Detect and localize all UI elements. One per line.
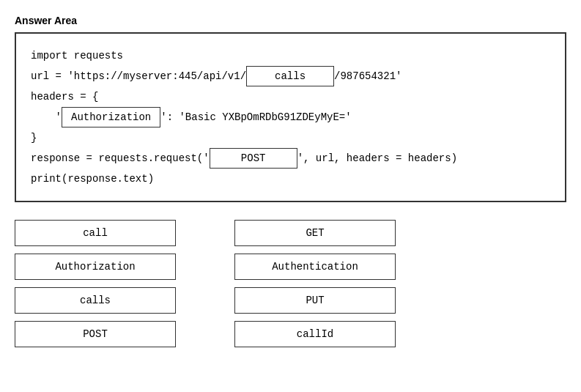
code-line-3: headers = { (31, 86, 550, 107)
authorization-box[interactable]: Authorization (62, 107, 160, 127)
options-grid: call GET Authorization Authentication ca… (15, 220, 396, 347)
code-text-url-prefix: url = 'https://myserver:445/api/v1/ (31, 66, 246, 86)
option-authorization[interactable]: Authorization (15, 254, 176, 280)
option-get[interactable]: GET (234, 220, 396, 246)
code-text-response-prefix: response = requests.request(' (31, 148, 210, 169)
option-call[interactable]: call (15, 220, 176, 246)
code-line-7: print(response.text) (31, 169, 550, 189)
code-line-5: } (31, 127, 550, 148)
option-authentication[interactable]: Authentication (234, 254, 396, 280)
code-text-url-suffix: /987654321' (334, 66, 401, 86)
answer-area-label: Answer Area (15, 15, 566, 26)
option-calls[interactable]: calls (15, 287, 176, 314)
code-line-1: import requests (31, 45, 550, 66)
code-text-auth-prefix: ' (31, 107, 62, 127)
code-box: import requests url = 'https://myserver:… (15, 32, 566, 202)
code-text-response-suffix: ', url, headers = headers) (297, 148, 457, 169)
code-text-headers-open: headers = { (31, 86, 98, 107)
code-text-close-brace: } (31, 127, 37, 148)
code-text-line1: import requests (31, 45, 123, 66)
code-line-2: url = 'https://myserver:445/api/v1/ call… (31, 66, 550, 86)
code-text-auth-suffix: ': 'Basic YXBpOmRDbG91ZDEyMyE=' (160, 107, 351, 127)
url-calls-box[interactable]: calls (246, 66, 334, 86)
post-box[interactable]: POST (210, 148, 297, 169)
code-text-print: print(response.text) (31, 169, 154, 189)
option-post[interactable]: POST (15, 321, 176, 347)
option-put[interactable]: PUT (234, 287, 396, 314)
code-line-4: ' Authorization ': 'Basic YXBpOmRDbG91ZD… (31, 107, 550, 127)
option-callid[interactable]: callId (234, 321, 396, 347)
code-line-6: response = requests.request(' POST ', ur… (31, 148, 550, 169)
